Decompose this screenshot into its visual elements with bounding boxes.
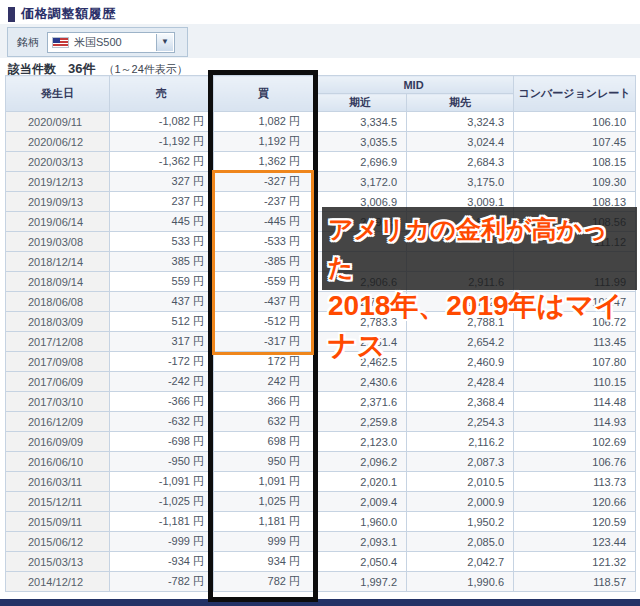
cell-buy: -385 円 <box>214 252 314 272</box>
annotation-overlay: アメリカの金利が高かった 2018年、2019年はマイナス <box>322 207 637 290</box>
cell-sell: -366 円 <box>110 392 214 412</box>
cell-sell: -1,025 円 <box>110 492 214 512</box>
table-row: 2016/03/11 -1,091 円 1,091 円 2,020.1 2,01… <box>6 472 636 492</box>
cell-date: 2017/09/08 <box>6 352 110 372</box>
cell-date: 2016/12/09 <box>6 412 110 432</box>
cell-mid-near: 1,960.0 <box>314 512 407 532</box>
table-row: 2017/06/09 -242 円 242 円 2,430.6 2,428.4 … <box>6 372 636 392</box>
cell-date: 2016/03/11 <box>6 472 110 492</box>
cell-date: 2017/03/10 <box>6 392 110 412</box>
cell-buy: -317 円 <box>214 332 314 352</box>
cell-date: 2018/09/14 <box>6 272 110 292</box>
cell-date: 2018/03/09 <box>6 312 110 332</box>
header-mid-near: 期近 <box>314 94 407 112</box>
header-sell: 売 <box>110 76 214 112</box>
cell-buy: 366 円 <box>214 392 314 412</box>
cell-buy: -512 円 <box>214 312 314 332</box>
header-date: 発生日 <box>6 76 110 112</box>
cell-mid-far: 3,175.0 <box>407 172 514 192</box>
table-row: 2016/12/09 -632 円 632 円 2,259.8 2,254.3 … <box>6 412 636 432</box>
table-row: 2020/09/11 -1,082 円 1,082 円 3,334.5 3,32… <box>6 112 636 132</box>
cell-conversion-rate: 118.57 <box>514 572 636 592</box>
cell-date: 2020/09/11 <box>6 112 110 132</box>
dropdown-arrow-button[interactable]: ▼ <box>156 34 173 51</box>
cell-conversion-rate: 120.66 <box>514 492 636 512</box>
cell-mid-far: 2,085.0 <box>407 532 514 552</box>
cell-sell: -1,181 円 <box>110 512 214 532</box>
cell-mid-far: 1,950.2 <box>407 512 514 532</box>
cell-mid-near: 2,020.1 <box>314 472 407 492</box>
cell-date: 2016/09/09 <box>6 432 110 452</box>
cell-mid-near: 2,259.8 <box>314 412 407 432</box>
cell-mid-near: 3,035.5 <box>314 132 407 152</box>
cell-conversion-rate: 114.93 <box>514 412 636 432</box>
cell-sell: -950 円 <box>110 452 214 472</box>
cell-conversion-rate: 106.10 <box>514 112 636 132</box>
cell-mid-near: 3,334.5 <box>314 112 407 132</box>
cell-mid-far: 3,324.3 <box>407 112 514 132</box>
cell-sell: 533 円 <box>110 232 214 252</box>
cell-mid-far: 3,024.4 <box>407 132 514 152</box>
footer-bar <box>0 599 640 606</box>
cell-buy: -437 円 <box>214 292 314 312</box>
table-row: 2015/06/12 -999 円 999 円 2,093.1 2,085.0 … <box>6 532 636 552</box>
cell-mid-near: 2,096.2 <box>314 452 407 472</box>
table-row: 2017/03/10 -366 円 366 円 2,371.6 2,368.4 … <box>6 392 636 412</box>
cell-mid-far: 2,000.9 <box>407 492 514 512</box>
cell-sell: 437 円 <box>110 292 214 312</box>
cell-buy: 999 円 <box>214 532 314 552</box>
cell-mid-far: 2,428.4 <box>407 372 514 392</box>
cell-buy: 698 円 <box>214 432 314 452</box>
cell-buy: 1,362 円 <box>214 152 314 172</box>
cell-mid-far: 2,254.3 <box>407 412 514 432</box>
symbol-panel: 銘柄 米国S500 ▼ <box>7 27 188 57</box>
cell-sell: -934 円 <box>110 552 214 572</box>
cell-buy: 782 円 <box>214 572 314 592</box>
table-row: 2014/12/12 -782 円 782 円 1,997.2 1,990.6 … <box>6 572 636 592</box>
header-mid-far: 期先 <box>407 94 514 112</box>
cell-sell: -698 円 <box>110 432 214 452</box>
cell-sell: 512 円 <box>110 312 214 332</box>
cell-buy: 632 円 <box>214 412 314 432</box>
cell-sell: 445 円 <box>110 212 214 232</box>
header-buy: 買 <box>214 76 314 112</box>
cell-date: 2018/06/08 <box>6 292 110 312</box>
title-accent-bar <box>8 7 15 22</box>
page-title-row: 価格調整額履歴 <box>8 5 116 23</box>
cell-buy: 1,181 円 <box>214 512 314 532</box>
cell-sell: -1,082 円 <box>110 112 214 132</box>
table-row: 2015/03/13 -934 円 934 円 2,050.4 2,042.7 … <box>6 552 636 572</box>
cell-buy: 950 円 <box>214 452 314 472</box>
cell-conversion-rate: 113.73 <box>514 472 636 492</box>
cell-date: 2019/06/14 <box>6 212 110 232</box>
cell-conversion-rate: 107.45 <box>514 132 636 152</box>
cell-mid-near: 2,009.4 <box>314 492 407 512</box>
table-row: 2020/06/12 -1,192 円 1,192 円 3,035.5 3,02… <box>6 132 636 152</box>
cell-mid-far: 1,990.6 <box>407 572 514 592</box>
cell-date: 2018/12/14 <box>6 252 110 272</box>
cell-mid-near: 2,430.6 <box>314 372 407 392</box>
cell-buy: -533 円 <box>214 232 314 252</box>
cell-sell: -782 円 <box>110 572 214 592</box>
cell-sell: -1,192 円 <box>110 132 214 152</box>
table-row: 2019/12/13 327 円 -327 円 3,172.0 3,175.0 … <box>6 172 636 192</box>
cell-date: 2015/09/11 <box>6 512 110 532</box>
cell-sell: 385 円 <box>110 252 214 272</box>
cell-mid-near: 2,050.4 <box>314 552 407 572</box>
header-conversion-rate: コンバージョンレート <box>514 76 636 112</box>
cell-sell: 237 円 <box>110 192 214 212</box>
table-row: 2015/09/11 -1,181 円 1,181 円 1,960.0 1,95… <box>6 512 636 532</box>
cell-buy: 1,091 円 <box>214 472 314 492</box>
cell-sell: 317 円 <box>110 332 214 352</box>
us-flag-icon <box>52 37 69 48</box>
cell-sell: 559 円 <box>110 272 214 292</box>
cell-conversion-rate: 102.69 <box>514 432 636 452</box>
cell-sell: -172 円 <box>110 352 214 372</box>
cell-mid-far: 2,368.4 <box>407 392 514 412</box>
cell-conversion-rate: 114.48 <box>514 392 636 412</box>
symbol-select-dropdown[interactable]: 米国S500 ▼ <box>47 32 175 53</box>
cell-buy: -445 円 <box>214 212 314 232</box>
cell-mid-far: 2,010.5 <box>407 472 514 492</box>
annotation-line-2: 2018年、2019年はマイナス <box>328 286 633 366</box>
cell-conversion-rate: 108.15 <box>514 152 636 172</box>
